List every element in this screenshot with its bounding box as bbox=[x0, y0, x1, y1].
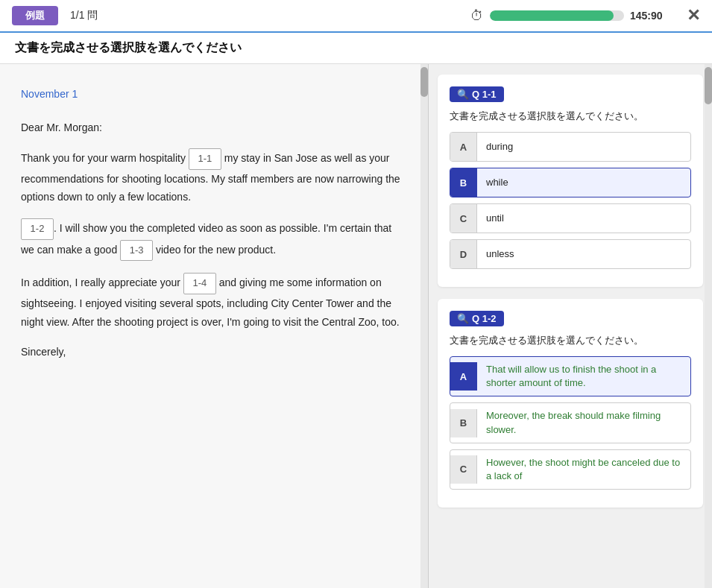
option-letter-1-2-b: B bbox=[450, 409, 477, 437]
option-text-1-2-c: However, the shoot might be canceled due… bbox=[477, 450, 690, 489]
option-text-1-2-a: That will allow us to finish the shoot i… bbox=[477, 357, 690, 396]
letter-body: November 1 Dear Mr. Morgan: Thank you fo… bbox=[0, 64, 428, 394]
timer-icon: ⏱ bbox=[470, 8, 484, 24]
letter-greeting: Dear Mr. Morgan: bbox=[21, 118, 404, 137]
option-letter-1-1-c: C bbox=[450, 204, 477, 233]
instruction-text: 文書を完成させる選択肢を選んでください bbox=[15, 41, 242, 54]
question-icon-1-1: 🔍 bbox=[457, 89, 469, 100]
letter-scrollbar[interactable] bbox=[420, 64, 428, 588]
letter-scroll-thumb bbox=[420, 67, 428, 97]
option-1-2-a[interactable]: A That will allow us to finish the shoot… bbox=[450, 356, 691, 396]
progress-bar-fill bbox=[490, 10, 614, 21]
main-content: November 1 Dear Mr. Morgan: Thank you fo… bbox=[0, 64, 712, 588]
option-1-2-c[interactable]: C However, the shoot might be canceled d… bbox=[450, 449, 691, 490]
option-letter-1-1-a: A bbox=[450, 133, 477, 161]
option-1-1-a[interactable]: A during bbox=[450, 132, 691, 162]
close-button[interactable]: ✕ bbox=[687, 6, 700, 25]
question-card-1-2: 🔍 Q 1-2 文書を完成させる選択肢を選んでください。 A That will… bbox=[438, 299, 703, 508]
option-text-1-1-a: during bbox=[477, 134, 522, 159]
question-label-1-1: 🔍 Q 1-1 bbox=[450, 86, 504, 102]
option-letter-1-1-d: D bbox=[450, 240, 477, 268]
instruction-bar: 文書を完成させる選択肢を選んでください bbox=[0, 33, 712, 64]
letter-para1b: 1-2. I will show you the completed video… bbox=[21, 218, 404, 262]
header: 例題 1/1 問 ⏱ 145:90 ✕ bbox=[0, 0, 712, 33]
timer-text: 145:90 bbox=[630, 10, 669, 22]
blank-1-1[interactable]: 1-1 bbox=[189, 148, 221, 170]
question-instruction-1-2: 文書を完成させる選択肢を選んでください。 bbox=[450, 334, 691, 347]
right-scroll-thumb bbox=[705, 67, 712, 104]
option-1-2-b[interactable]: B Moreover, the break should make filmin… bbox=[450, 402, 691, 443]
option-letter-1-2-a: A bbox=[450, 362, 477, 391]
option-text-1-1-b: while bbox=[477, 170, 517, 195]
question-pane: 🔍 Q 1-1 文書を完成させる選択肢を選んでください。 A during B … bbox=[429, 64, 712, 588]
letter-para2: In addition, I really appreciate your 1-… bbox=[21, 273, 404, 331]
question-count: 1/1 問 bbox=[70, 9, 98, 22]
option-1-1-d[interactable]: D unless bbox=[450, 239, 691, 269]
option-1-1-c[interactable]: C until bbox=[450, 203, 691, 233]
option-text-1-1-d: unless bbox=[477, 241, 523, 267]
question-icon-1-2: 🔍 bbox=[457, 313, 469, 324]
letter-pane: November 1 Dear Mr. Morgan: Thank you fo… bbox=[0, 64, 429, 588]
progress-bar bbox=[490, 10, 624, 21]
option-text-1-1-c: until bbox=[477, 206, 513, 231]
blank-1-3[interactable]: 1-3 bbox=[120, 240, 153, 262]
letter-date: November 1 bbox=[21, 85, 404, 104]
option-1-1-b[interactable]: B while bbox=[450, 168, 691, 197]
question-instruction-1-1: 文書を完成させる選択肢を選んでください。 bbox=[450, 110, 691, 123]
blank-1-4[interactable]: 1-4 bbox=[183, 273, 216, 294]
timer-area: ⏱ 145:90 bbox=[470, 8, 669, 24]
option-letter-1-1-b: B bbox=[450, 168, 477, 197]
right-scrollbar[interactable] bbox=[705, 64, 712, 588]
letter-closing: Sincerely, bbox=[21, 343, 404, 361]
question-label-1-2: 🔍 Q 1-2 bbox=[450, 311, 504, 326]
blank-1-2[interactable]: 1-2 bbox=[21, 218, 54, 240]
badge-label: 例題 bbox=[12, 6, 58, 25]
option-letter-1-2-c: C bbox=[450, 455, 477, 484]
letter-para1: Thank you for your warm hospitality 1-1 … bbox=[21, 148, 404, 206]
question-card-1-1: 🔍 Q 1-1 文書を完成させる選択肢を選んでください。 A during B … bbox=[438, 75, 703, 287]
option-text-1-2-b: Moreover, the break should make filming … bbox=[477, 403, 690, 442]
